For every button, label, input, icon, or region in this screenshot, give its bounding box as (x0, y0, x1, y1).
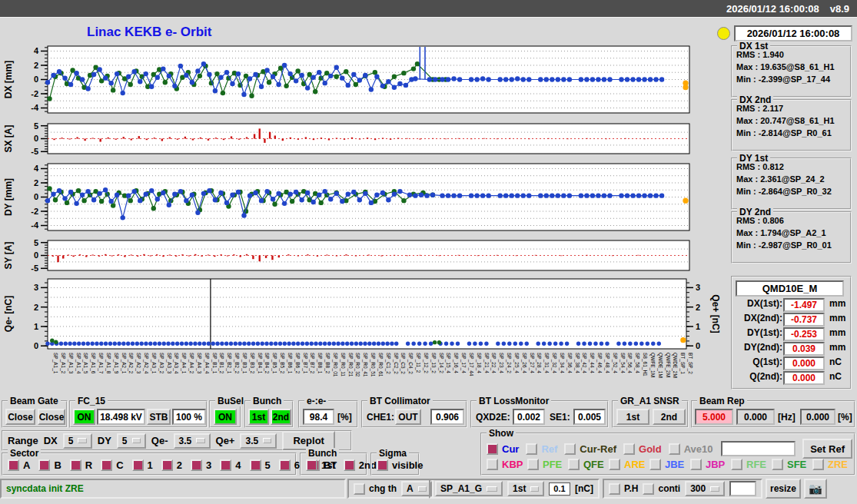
bpm-dropdown[interactable]: SP_A1_G (435, 481, 503, 496)
plot-dy: 420-2-4DY [mm] (0, 162, 692, 233)
set-ref-button[interactable]: Set Ref (802, 439, 852, 459)
sector-checkbox-4[interactable]: 4 (220, 459, 241, 471)
monitor-row-label: Q(1st): (752, 356, 782, 367)
x-axis-label: SP_24_2 (507, 353, 512, 373)
plot-sx: 50-5SX [A] (0, 122, 692, 156)
che1-value-field[interactable]: 0.906 (430, 409, 464, 425)
range-dy-dropdown[interactable]: 5 (117, 433, 146, 449)
dropdown-indicator-icon (487, 486, 497, 492)
range-qep-dropdown[interactable]: 3.5 (240, 433, 277, 449)
sector-checkbox-2[interactable]: 2 (161, 459, 182, 471)
checkbox-icon (564, 443, 576, 455)
range-dy-label: DY (98, 435, 111, 446)
x-axis-label: SP_B6_1 (287, 353, 293, 373)
x-axis-label: SP_A1_3 (68, 353, 74, 373)
blank-input[interactable] (729, 481, 756, 496)
se1-value-field[interactable]: 0.005 (573, 409, 606, 425)
bunch-dropdown[interactable]: 1st (507, 481, 544, 496)
resize-button[interactable]: resize (766, 479, 801, 499)
ee-ratio-field[interactable]: 98.4 (303, 409, 334, 425)
monitor-row-value: -1.497 (783, 298, 825, 312)
monitor-row-value: 0.000 (783, 356, 825, 370)
svg-text:Qe- [nC]: Qe- [nC] (3, 296, 14, 332)
svg-text:4: 4 (34, 46, 39, 55)
checkbox-icon (812, 459, 824, 470)
monitor-row-unit: nC (829, 371, 842, 382)
gr-a1-2nd-button[interactable]: 2nd (653, 409, 686, 425)
sigma-visible-checkbox[interactable]: visible (377, 459, 423, 471)
beam-rep-set-field[interactable]: 5.000 (695, 409, 733, 425)
che1-out-button[interactable]: OUT (395, 409, 421, 425)
svg-text:1: 1 (34, 322, 38, 331)
sector-checkbox-1[interactable]: 1 (132, 459, 153, 471)
x-axis-label: SP_B3_1 (242, 353, 247, 373)
sector-group: Sector ABRC123456BT (2, 453, 297, 476)
monitor-row: DY(1st):-0.253mm (732, 327, 850, 341)
sector-checkbox-5[interactable]: 5 (250, 459, 271, 471)
conti-checkbox[interactable]: conti (643, 483, 680, 495)
camera-button[interactable]: 📷 (804, 479, 827, 499)
x-axis-label: SP_A4_1 (181, 353, 187, 373)
range-qem-dropdown[interactable]: 3.5 (174, 433, 211, 449)
checkbox-icon (132, 459, 144, 471)
chg-th-checkbox[interactable]: chg th (354, 483, 397, 495)
show-checkbox-kbp[interactable]: KBP (487, 459, 520, 470)
ph-checkbox[interactable]: P.H (609, 483, 638, 495)
show-checkbox-gold[interactable]: Gold (623, 443, 662, 455)
checkbox-icon (649, 459, 661, 470)
checkbox-icon (772, 459, 783, 470)
show-checkbox-cur-ref[interactable]: Cur-Ref (564, 443, 616, 455)
monitor-row-label: Q(2nd): (749, 371, 782, 382)
range-dx-dropdown[interactable]: 5 (63, 433, 92, 449)
bunch-1st-button[interactable]: 1st (248, 409, 269, 425)
x-axis-label: SP_34_4 (560, 353, 565, 373)
x-axis-label: QWFE_1M (650, 353, 656, 377)
beam-gate-close-button-1[interactable]: Close (5, 409, 35, 425)
show-checkbox-zre[interactable]: ZRE (812, 459, 846, 470)
show-checkbox-are[interactable]: ARE (609, 459, 643, 470)
x-axis-label: SP_R0_61 (378, 353, 384, 376)
gr-a1-1st-button[interactable]: 1st (616, 409, 649, 425)
chg-th-dropdown[interactable]: A (401, 481, 432, 496)
checkbox-label: 2 (177, 459, 182, 471)
show-checkbox-pfe[interactable]: PFE (527, 459, 561, 470)
show-checkbox-cur[interactable]: Cur (487, 443, 519, 455)
sector-checkbox-6[interactable]: 6 (279, 459, 300, 471)
show-checkbox-sfe[interactable]: SFE (772, 459, 806, 470)
sector-checkbox-r[interactable]: R (70, 459, 92, 471)
threshold-field[interactable]: 0.1 (549, 482, 570, 496)
x-axis-label: SP_26_4 (522, 353, 527, 373)
fc15-pct-field[interactable]: 100 % (172, 409, 206, 425)
show-checkbox-rfe[interactable]: RFE (731, 459, 765, 470)
checkbox-icon (70, 459, 81, 471)
fc15-on-button[interactable]: ON (73, 409, 95, 425)
monitor-row-value: -0.737 (783, 313, 825, 327)
show-checkbox-ave10[interactable]: Ave10 (669, 443, 713, 455)
show-checkbox-jbe[interactable]: JBE (649, 459, 683, 470)
stat-box-dx-1st: DX 1stRMS : 1.940Max : 19.635@S8_61_H1Mi… (731, 45, 852, 98)
beam-gate-close-button-2[interactable]: Close (38, 409, 65, 425)
busel-on-button[interactable]: ON (214, 409, 237, 425)
fc15-kv-field[interactable]: 18.498 kV (97, 409, 145, 425)
sector-checkbox-b[interactable]: B (38, 459, 61, 471)
show-checkbox-ref[interactable]: Ref (526, 443, 557, 455)
ref-name-input[interactable] (721, 441, 796, 456)
svg-text:-4: -4 (31, 103, 39, 112)
camera-icon: 📷 (809, 482, 822, 495)
main-panel: Linac KEKB e- Orbit 420-2-4DX [mm] 50-5S… (0, 17, 857, 504)
show-checkbox-jbp[interactable]: JBP (690, 459, 724, 470)
sector-checkbox-a[interactable]: A (8, 459, 30, 471)
sector-checkbox-c[interactable]: C (101, 459, 123, 471)
x-axis-label: SP_A3_2 (159, 353, 164, 373)
count-dropdown[interactable]: 300 (685, 481, 725, 496)
fc15-stb-button[interactable]: STB (147, 409, 171, 425)
checkbox-icon (609, 459, 620, 470)
bunch-2nd-button[interactable]: 2nd (271, 409, 291, 425)
bunch-checkbox-1st[interactable]: 1st (306, 459, 336, 471)
show-checkbox-qfe[interactable]: QFE (568, 459, 602, 470)
qxd2e-value-field[interactable]: 0.002 (513, 409, 545, 425)
x-axis-label: SP_A1_4 (76, 353, 81, 373)
stat-box-title: DY 2nd (737, 207, 773, 217)
sector-checkbox-3[interactable]: 3 (191, 459, 211, 471)
qxd2e-label: QXD2E: (476, 412, 510, 423)
